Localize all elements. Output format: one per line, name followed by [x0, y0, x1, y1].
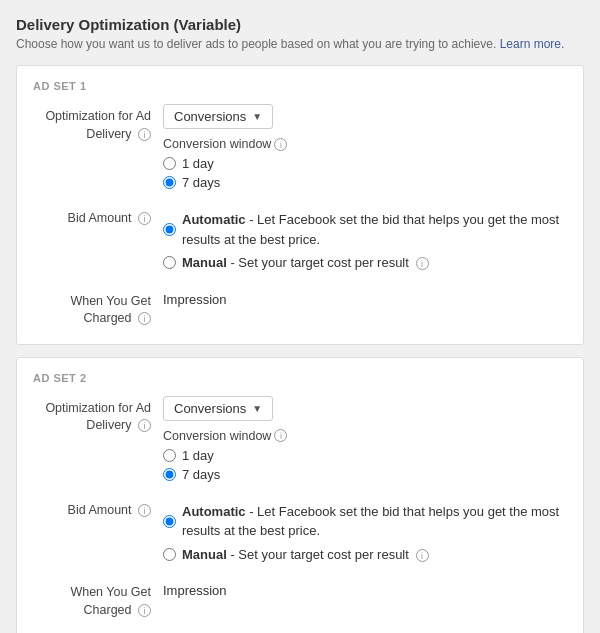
- adset1-automatic-text: Automatic - Let Facebook set the bid tha…: [182, 212, 559, 247]
- adset2-manual-text: Manual - Set your target cost per result…: [182, 547, 429, 562]
- adset2-automatic-radio[interactable]: [163, 515, 176, 528]
- adset2-optimization-label: Optimization for Ad Delivery i: [33, 396, 163, 435]
- adset1-1day-item: 1 day: [163, 156, 567, 171]
- adset1-manual-label[interactable]: Manual - Set your target cost per result…: [182, 253, 429, 273]
- adset2-bid-row: Bid Amount i Automatic - Let Facebook se…: [33, 498, 567, 569]
- adset1-conversion-window-label: Conversion window i: [163, 137, 567, 151]
- adset2-7days-label[interactable]: 7 days: [182, 467, 220, 482]
- adset2-conv-window-info-icon[interactable]: i: [274, 429, 287, 442]
- page-title: Delivery Optimization (Variable): [16, 16, 584, 33]
- adset1-card: AD SET 1 Optimization for Ad Delivery i …: [16, 65, 584, 345]
- subtitle-text: Choose how you want us to deliver ads to…: [16, 37, 496, 51]
- adset1-1day-radio[interactable]: [163, 157, 176, 170]
- page-wrapper: Delivery Optimization (Variable) Choose …: [0, 0, 600, 633]
- adset1-manual-text: Manual - Set your target cost per result…: [182, 255, 429, 270]
- adset1-manual-info-icon[interactable]: i: [416, 257, 429, 270]
- adset1-automatic-radio[interactable]: [163, 223, 176, 236]
- adset1-7days-item: 7 days: [163, 175, 567, 190]
- adset2-7days-radio[interactable]: [163, 468, 176, 481]
- adset2-optimization-row: Optimization for Ad Delivery i Conversio…: [33, 396, 567, 486]
- adset1-bid-info-icon[interactable]: i: [138, 212, 151, 225]
- adset1-1day-label[interactable]: 1 day: [182, 156, 214, 171]
- adset1-manual-item: Manual - Set your target cost per result…: [163, 253, 567, 273]
- learn-more-link[interactable]: Learn more.: [500, 37, 565, 51]
- adset1-optimization-info-icon[interactable]: i: [138, 128, 151, 141]
- adset1-charged-label: When You Get Charged i: [33, 289, 163, 328]
- adset2-manual-label[interactable]: Manual - Set your target cost per result…: [182, 545, 429, 565]
- adset1-7days-radio[interactable]: [163, 176, 176, 189]
- adset1-bid-control: Automatic - Let Facebook set the bid tha…: [163, 206, 567, 277]
- adset2-bid-info-icon[interactable]: i: [138, 504, 151, 517]
- adset1-charged-row: When You Get Charged i Impression: [33, 289, 567, 328]
- adset2-optimization-control: Conversions ▼ Conversion window i 1 day: [163, 396, 567, 486]
- adset2-1day-item: 1 day: [163, 448, 567, 463]
- adset2-card: AD SET 2 Optimization for Ad Delivery i …: [16, 357, 584, 634]
- adset2-dropdown-arrow-icon: ▼: [252, 403, 262, 414]
- adset2-1day-label[interactable]: 1 day: [182, 448, 214, 463]
- adset2-charged-row: When You Get Charged i Impression: [33, 580, 567, 619]
- adset2-bid-group: Automatic - Let Facebook set the bid tha…: [163, 502, 567, 565]
- adset1-optimization-control: Conversions ▼ Conversion window i 1 day: [163, 104, 567, 194]
- adset1-bid-group: Automatic - Let Facebook set the bid tha…: [163, 210, 567, 273]
- adset2-charged-info-icon[interactable]: i: [138, 604, 151, 617]
- adset2-label: AD SET 2: [33, 372, 567, 384]
- adset1-charged-info-icon[interactable]: i: [138, 312, 151, 325]
- adset2-charged-label: When You Get Charged i: [33, 580, 163, 619]
- adset2-bid-label: Bid Amount i: [33, 498, 163, 520]
- adset2-conversion-window-group: 1 day 7 days: [163, 448, 567, 482]
- adset1-manual-radio[interactable]: [163, 256, 176, 269]
- adset1-conversion-window-group: 1 day 7 days: [163, 156, 567, 190]
- adset1-charged-control: Impression: [163, 289, 567, 307]
- adset2-automatic-item: Automatic - Let Facebook set the bid tha…: [163, 502, 567, 541]
- adset2-automatic-label[interactable]: Automatic - Let Facebook set the bid tha…: [182, 502, 567, 541]
- adset1-charged-value: Impression: [163, 289, 567, 307]
- page-subtitle: Choose how you want us to deliver ads to…: [16, 37, 584, 51]
- adset2-7days-item: 7 days: [163, 467, 567, 482]
- adset2-manual-item: Manual - Set your target cost per result…: [163, 545, 567, 565]
- adset1-conv-window-info-icon[interactable]: i: [274, 138, 287, 151]
- adset2-automatic-text: Automatic - Let Facebook set the bid tha…: [182, 504, 559, 539]
- adset2-bid-control: Automatic - Let Facebook set the bid tha…: [163, 498, 567, 569]
- adset1-bid-label: Bid Amount i: [33, 206, 163, 228]
- adset2-charged-control: Impression: [163, 580, 567, 598]
- adset1-dropdown-arrow-icon: ▼: [252, 111, 262, 122]
- adset1-optimization-row: Optimization for Ad Delivery i Conversio…: [33, 104, 567, 194]
- adset1-bid-row: Bid Amount i Automatic - Let Facebook se…: [33, 206, 567, 277]
- adset1-label: AD SET 1: [33, 80, 567, 92]
- adset2-manual-info-icon[interactable]: i: [416, 549, 429, 562]
- adset2-conversion-window-label: Conversion window i: [163, 429, 567, 443]
- adset1-optimization-dropdown[interactable]: Conversions ▼: [163, 104, 273, 129]
- adset1-7days-label[interactable]: 7 days: [182, 175, 220, 190]
- adset2-manual-radio[interactable]: [163, 548, 176, 561]
- adset2-charged-value: Impression: [163, 580, 567, 598]
- adset1-automatic-label[interactable]: Automatic - Let Facebook set the bid tha…: [182, 210, 567, 249]
- adset2-1day-radio[interactable]: [163, 449, 176, 462]
- adset1-automatic-item: Automatic - Let Facebook set the bid tha…: [163, 210, 567, 249]
- adset1-optimization-label: Optimization for Ad Delivery i: [33, 104, 163, 143]
- adset2-optimization-info-icon[interactable]: i: [138, 419, 151, 432]
- adset2-optimization-dropdown[interactable]: Conversions ▼: [163, 396, 273, 421]
